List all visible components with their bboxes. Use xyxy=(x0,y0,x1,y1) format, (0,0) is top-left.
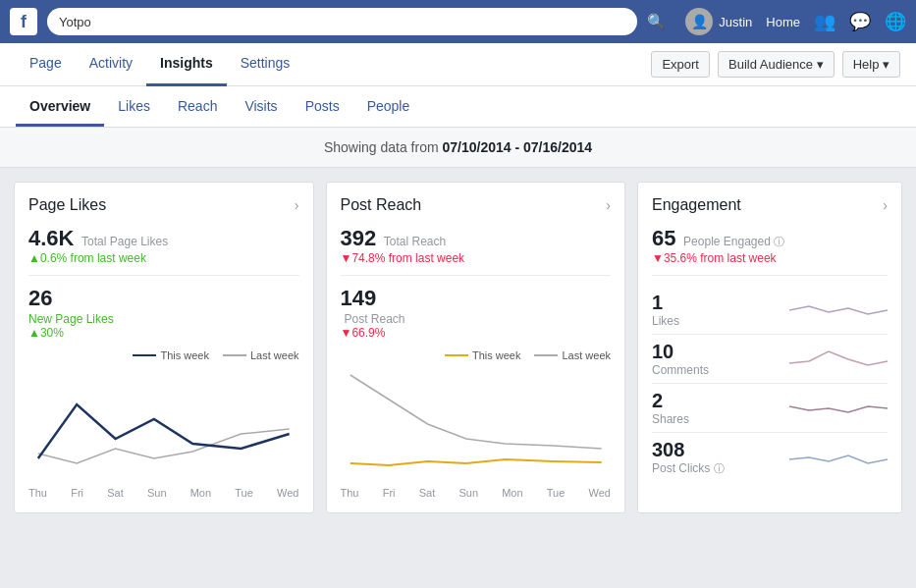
total-reach-change: ▼74.8% from last week xyxy=(341,251,612,265)
people-engaged-info[interactable]: ⓘ xyxy=(774,236,784,247)
post-reach-card-header: Post Reach › xyxy=(341,196,612,214)
help-button[interactable]: Help ▾ xyxy=(842,51,900,78)
tab-posts[interactable]: Posts xyxy=(292,98,353,127)
comments-row: 10 Comments xyxy=(652,335,888,384)
cards-container: Page Likes › 4.6K Total Page Likes ▲0.6%… xyxy=(0,168,916,527)
comments-num: 10 xyxy=(652,341,709,363)
shares-num: 2 xyxy=(652,390,689,412)
total-likes-block: 4.6K Total Page Likes ▲0.6% from last we… xyxy=(28,226,299,265)
engagement-card: Engagement › 65 People Engaged ⓘ ▼35.6% … xyxy=(637,182,902,513)
new-likes-value: 26 xyxy=(28,286,52,310)
date-banner: Showing data from 07/10/2014 - 07/16/201… xyxy=(0,128,916,168)
post-reach-xaxis: Thu Fri Sat Sun Mon Tue Wed xyxy=(341,487,612,499)
new-likes-change: ▲30% xyxy=(28,326,299,340)
post-clicks-info[interactable]: ⓘ xyxy=(714,462,725,474)
legend-this-week: This week xyxy=(133,349,209,361)
post-reach-label: Post Reach xyxy=(345,312,405,326)
tab-reach[interactable]: Reach xyxy=(164,98,231,127)
likes-num: 1 xyxy=(652,292,679,314)
tab-overview[interactable]: Overview xyxy=(16,98,104,127)
page-likes-chart xyxy=(28,365,299,483)
tab-likes[interactable]: Likes xyxy=(104,98,164,127)
sec-nav-insights[interactable]: Insights xyxy=(146,43,227,86)
legend-last-week: Last week xyxy=(223,349,299,361)
likes-stat-left: 1 Likes xyxy=(652,292,679,328)
sec-nav-activity[interactable]: Activity xyxy=(76,43,146,86)
comments-stat-left: 10 Comments xyxy=(652,341,709,377)
post-reach-chart xyxy=(341,365,612,483)
engagement-chevron[interactable]: › xyxy=(883,197,888,213)
page-likes-legend: This week Last week xyxy=(28,349,299,361)
post-clicks-label: Post Clicks ⓘ xyxy=(652,461,725,476)
pr-legend-this-week: This week xyxy=(445,349,521,361)
people-engaged-label: People Engaged ⓘ xyxy=(683,235,784,248)
home-link[interactable]: Home xyxy=(766,15,800,29)
fb-logo: f xyxy=(10,8,37,35)
likes-label: Likes xyxy=(652,314,679,328)
top-nav-right: 👤 Justin Home 👥 💬 🌐 xyxy=(685,8,906,35)
shares-label: Shares xyxy=(652,412,689,426)
page-likes-xaxis: Thu Fri Sat Sun Mon Tue Wed xyxy=(28,487,299,499)
post-reach-chevron[interactable]: › xyxy=(606,197,611,213)
user-name: Justin xyxy=(719,15,752,29)
total-likes-label: Total Page Likes xyxy=(81,235,168,248)
friends-icon[interactable]: 👥 xyxy=(814,11,835,32)
post-reach-block: 149 Post Reach ▼66.9% xyxy=(341,286,612,340)
new-likes-label: New Page Likes xyxy=(28,312,114,326)
top-nav: f 🔍 👤 Justin Home 👥 💬 🌐 xyxy=(0,0,916,43)
total-likes-value: 4.6K xyxy=(28,226,74,250)
shares-row: 2 Shares xyxy=(652,384,888,433)
date-prefix: Showing data from xyxy=(324,139,443,155)
tab-visits[interactable]: Visits xyxy=(231,98,291,127)
messages-icon[interactable]: 💬 xyxy=(849,11,871,32)
sec-nav-right: Export Build Audience ▾ Help ▾ xyxy=(651,51,900,78)
pr-legend-last-week: Last week xyxy=(534,349,611,361)
page-search-input[interactable] xyxy=(47,8,637,35)
post-clicks-stat-left: 308 Post Clicks ⓘ xyxy=(652,439,725,476)
people-engaged-value: 65 xyxy=(652,226,675,250)
post-reach-legend: This week Last week xyxy=(341,349,612,361)
export-button[interactable]: Export xyxy=(651,51,710,78)
likes-row: 1 Likes xyxy=(652,286,888,335)
page-likes-title: Page Likes xyxy=(28,196,106,214)
engagement-title: Engagement xyxy=(652,196,741,214)
post-clicks-row: 308 Post Clicks ⓘ xyxy=(652,433,888,482)
page-likes-card: Page Likes › 4.6K Total Page Likes ▲0.6%… xyxy=(14,182,314,513)
sec-nav-left: Page Activity Insights Settings xyxy=(16,43,303,86)
tab-people[interactable]: People xyxy=(353,98,424,127)
people-engaged-block: 65 People Engaged ⓘ ▼35.6% from last wee… xyxy=(652,226,888,265)
total-reach-value: 392 xyxy=(341,226,377,250)
post-clicks-num: 308 xyxy=(652,439,725,461)
sec-nav-settings[interactable]: Settings xyxy=(227,43,304,86)
search-button[interactable]: 🔍 xyxy=(647,13,666,30)
tab-bar: Overview Likes Reach Visits Posts People xyxy=(0,86,916,128)
globe-icon[interactable]: 🌐 xyxy=(885,11,906,32)
secondary-nav: Page Activity Insights Settings Export B… xyxy=(0,43,916,86)
post-reach-value: 149 xyxy=(341,286,377,310)
card-header: Page Likes › xyxy=(28,196,299,214)
comments-label: Comments xyxy=(652,363,709,377)
user-info: 👤 Justin xyxy=(685,8,752,35)
total-reach-block: 392 Total Reach ▼74.8% from last week xyxy=(341,226,612,265)
post-reach-title: Post Reach xyxy=(341,196,422,214)
total-likes-change: ▲0.6% from last week xyxy=(28,251,299,265)
build-audience-button[interactable]: Build Audience ▾ xyxy=(718,51,835,78)
total-reach-label: Total Reach xyxy=(384,235,446,248)
new-likes-block: 26 New Page Likes ▲30% xyxy=(28,286,299,340)
page-likes-chevron[interactable]: › xyxy=(295,197,299,213)
engagement-card-header: Engagement › xyxy=(652,196,888,214)
avatar: 👤 xyxy=(685,8,713,35)
sec-nav-page[interactable]: Page xyxy=(16,43,76,86)
people-engaged-change: ▼35.6% from last week xyxy=(652,251,888,265)
post-reach-change: ▼66.9% xyxy=(341,326,612,340)
shares-stat-left: 2 Shares xyxy=(652,390,689,426)
date-range: 07/10/2014 - 07/16/2014 xyxy=(443,139,593,155)
post-reach-card: Post Reach › 392 Total Reach ▼74.8% from… xyxy=(326,182,626,513)
